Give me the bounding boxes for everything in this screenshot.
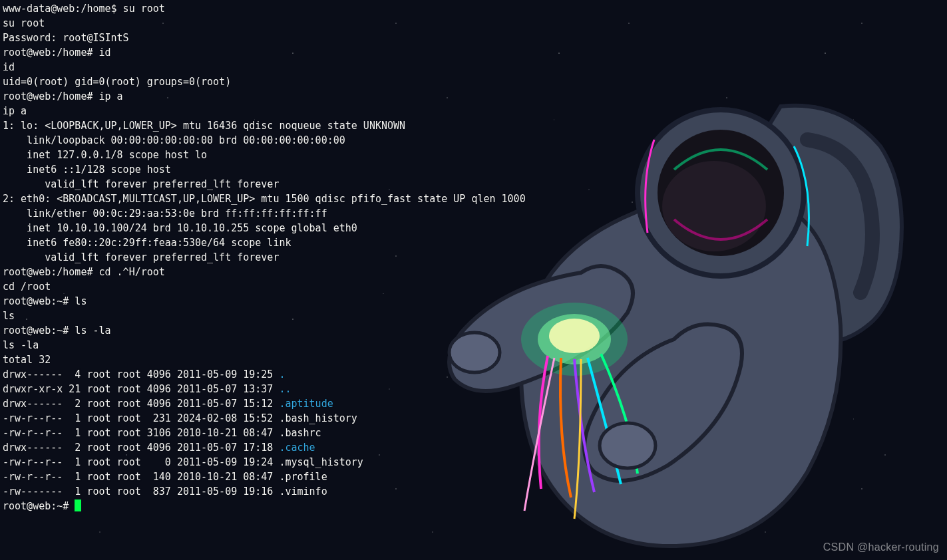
terminal-line: valid_lft forever preferred_lft forever: [3, 250, 944, 265]
directory-name: .: [279, 368, 285, 380]
terminal-line: -rw-r--r-- 1 root root 3106 2010-10-21 0…: [3, 426, 944, 440]
terminal-line: ip a: [3, 104, 944, 118]
terminal-text: -rw------- 1 root root 837 2011-05-09 19…: [3, 486, 327, 497]
terminal-line: link/loopback 00:00:00:00:00:00 brd 00:0…: [3, 133, 944, 148]
terminal-line: -rw-r--r-- 1 root root 231 2024-02-08 15…: [3, 411, 944, 426]
terminal-text: inet6 ::1/128 scope host: [3, 164, 177, 176]
terminal-text: root@web:/home# cd .^H/root: [3, 266, 165, 278]
terminal-line: inet 127.0.0.1/8 scope host lo: [3, 148, 944, 162]
terminal-line: drwx------ 2 root root 4096 2011-05-07 1…: [3, 396, 944, 411]
terminal-line: su root: [3, 16, 944, 31]
terminal-text: drwxr-xr-x 21 root root 4096 2011-05-07 …: [3, 383, 279, 395]
terminal-line: 2: eth0: <BROADCAST,MULTICAST,UP,LOWER_U…: [3, 192, 944, 206]
terminal-text: ls -la: [3, 339, 39, 351]
terminal-text: inet 127.0.0.1/8 scope host lo: [3, 149, 207, 161]
terminal-line: -rw-r--r-- 1 root root 140 2010-10-21 08…: [3, 470, 944, 484]
terminal-text: Password: root@ISIntS: [3, 32, 129, 44]
terminal-text: -rw-r--r-- 1 root root 3106 2010-10-21 0…: [3, 427, 321, 439]
terminal-text: drwx------ 4 root root 4096 2011-05-09 1…: [3, 368, 279, 380]
terminal-text: root@web:~#: [3, 500, 75, 512]
terminal-line: root@web:/home# id: [3, 45, 944, 60]
terminal-line: inet6 ::1/128 scope host: [3, 162, 944, 177]
terminal-text: root@web:/home# ip a: [3, 90, 123, 102]
terminal-line: valid_lft forever preferred_lft forever: [3, 177, 944, 192]
terminal-line: root@web:~# ls: [3, 294, 944, 309]
terminal-line: root@web:~# ls -la: [3, 323, 944, 338]
terminal-text: uid=0(root) gid=0(root) groups=0(root): [3, 76, 231, 88]
terminal-line: drwx------ 4 root root 4096 2011-05-09 1…: [3, 367, 944, 382]
terminal-line: ls -la: [3, 338, 944, 352]
terminal-line: root@web:/home# cd .^H/root: [3, 265, 944, 279]
terminal-text: -rw-r--r-- 1 root root 0 2011-05-09 19:2…: [3, 456, 363, 468]
terminal-line: -rw------- 1 root root 837 2011-05-09 19…: [3, 484, 944, 499]
terminal-line: total 32: [3, 352, 944, 367]
terminal-text: -rw-r--r-- 1 root root 140 2010-10-21 08…: [3, 471, 327, 483]
terminal-line: link/ether 00:0c:29:aa:53:0e brd ff:ff:f…: [3, 206, 944, 221]
terminal-text: drwx------ 2 root root 4096 2011-05-07 1…: [3, 398, 279, 410]
terminal-text: 2: eth0: <BROADCAST,MULTICAST,UP,LOWER_U…: [3, 193, 526, 205]
terminal-text: valid_lft forever preferred_lft forever: [3, 251, 279, 263]
terminal-line: id: [3, 60, 944, 74]
terminal-text: link/ether 00:0c:29:aa:53:0e brd ff:ff:f…: [3, 208, 327, 219]
terminal-text: total 32: [3, 354, 51, 366]
terminal-text: inet 10.10.10.100/24 brd 10.10.10.255 sc…: [3, 222, 357, 234]
terminal-line: Password: root@ISIntS: [3, 31, 944, 45]
cursor-icon: [75, 499, 81, 511]
terminal-line: inet 10.10.10.100/24 brd 10.10.10.255 sc…: [3, 221, 944, 235]
terminal-line: uid=0(root) gid=0(root) groups=0(root): [3, 74, 944, 89]
terminal-text: ip a: [3, 105, 27, 117]
terminal-text: -rw-r--r-- 1 root root 231 2024-02-08 15…: [3, 412, 357, 424]
terminal-line: drwxr-xr-x 21 root root 4096 2011-05-07 …: [3, 382, 944, 396]
terminal-text: su root: [3, 17, 45, 29]
terminal-line: root@web:~#: [3, 499, 944, 513]
terminal-text: valid_lft forever preferred_lft forever: [3, 178, 279, 190]
terminal-text: root@web:~# ls: [3, 295, 87, 307]
terminal-text: link/loopback 00:00:00:00:00:00 brd 00:0…: [3, 134, 345, 146]
terminal-text: cd /root: [3, 281, 51, 293]
terminal-line: ls: [3, 309, 944, 323]
terminal-text: inet6 fe80::20c:29ff:feaa:530e/64 scope …: [3, 237, 297, 249]
directory-name: ..: [279, 383, 291, 395]
terminal-text: 1: lo: <LOOPBACK,UP,LOWER_UP> mtu 16436 …: [3, 120, 411, 132]
terminal-text: www-data@web:/home$ su root: [3, 3, 165, 15]
terminal-line: drwx------ 2 root root 4096 2011-05-07 1…: [3, 440, 944, 455]
terminal-line: www-data@web:/home$ su root: [3, 1, 944, 16]
terminal-text: root@web:~# ls -la: [3, 325, 111, 337]
directory-name: .cache: [279, 442, 315, 454]
terminal-line: cd /root: [3, 279, 944, 294]
watermark-text: CSDN @hacker-routing: [823, 540, 939, 555]
terminal-line: -rw-r--r-- 1 root root 0 2011-05-09 19:2…: [3, 455, 944, 470]
directory-name: .aptitude: [279, 398, 333, 410]
terminal-line: 1: lo: <LOOPBACK,UP,LOWER_UP> mtu 16436 …: [3, 118, 944, 133]
terminal-text: root@web:/home# id: [3, 47, 111, 59]
terminal-output[interactable]: www-data@web:/home$ su rootsu rootPasswo…: [0, 0, 947, 560]
terminal-text: drwx------ 2 root root 4096 2011-05-07 1…: [3, 442, 279, 454]
terminal-line: root@web:/home# ip a: [3, 89, 944, 104]
terminal-text: ls: [3, 310, 15, 322]
terminal-line: inet6 fe80::20c:29ff:feaa:530e/64 scope …: [3, 235, 944, 250]
terminal-text: id: [3, 61, 15, 73]
